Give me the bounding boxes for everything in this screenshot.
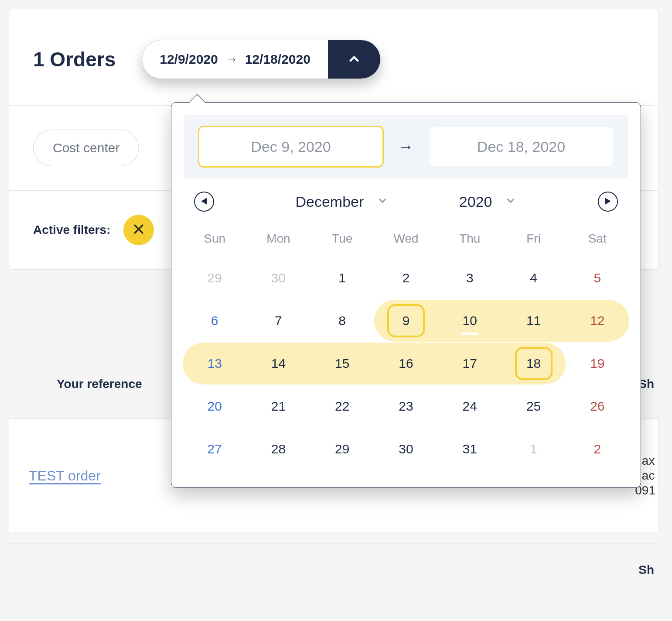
calendar-day[interactable]: 7 xyxy=(246,300,310,342)
calendar-day[interactable]: 13 xyxy=(183,343,246,384)
calendar-day[interactable]: 29 xyxy=(310,428,374,470)
order-reference-link[interactable]: TEST order xyxy=(29,468,101,484)
active-filters-label: Active filters: xyxy=(33,223,110,237)
calendar-day[interactable]: 28 xyxy=(246,428,310,470)
calendar-day[interactable]: 11 xyxy=(501,300,565,342)
calendar-day[interactable]: 24 xyxy=(438,385,501,427)
calendar-day[interactable]: 9 xyxy=(374,300,438,342)
date-range-text: 12/9/2020 → 12/18/2020 xyxy=(142,52,328,67)
month-select[interactable]: December xyxy=(296,193,389,210)
svg-marker-3 xyxy=(605,198,611,205)
arrow-right-icon: → xyxy=(225,52,238,67)
card-header: 1 Orders 12/9/2020 → 12/18/2020 xyxy=(9,9,658,106)
date-range-end: 12/18/2020 xyxy=(245,52,310,67)
next-month-button[interactable] xyxy=(598,192,618,212)
close-icon xyxy=(132,223,145,238)
calendar-day[interactable]: 22 xyxy=(310,385,374,427)
calendar-day[interactable]: 16 xyxy=(374,343,438,384)
clear-filter-chip[interactable] xyxy=(123,215,154,245)
month-label: December xyxy=(296,193,364,210)
prev-month-button[interactable] xyxy=(194,192,214,212)
calendar-day[interactable]: 4 xyxy=(501,257,565,299)
year-select[interactable]: 2020 xyxy=(459,193,517,210)
calendar-day[interactable]: 1 xyxy=(310,257,374,299)
calendar-day[interactable]: 19 xyxy=(566,343,629,384)
calendar-dow: Sat xyxy=(566,221,629,256)
calendar-dow: Thu xyxy=(438,221,501,256)
year-label: 2020 xyxy=(459,193,492,210)
svg-marker-2 xyxy=(201,198,207,205)
calendar-day[interactable]: 18 xyxy=(501,343,565,384)
column-right-header-2: Sh xyxy=(638,563,654,577)
column-your-reference: Your reference xyxy=(57,377,142,391)
range-end-input[interactable]: Dec 18, 2020 xyxy=(430,127,613,166)
calendar-day[interactable]: 12 xyxy=(566,300,629,342)
calendar-day[interactable]: 14 xyxy=(246,343,310,384)
calendar-day[interactable]: 30 xyxy=(374,428,438,470)
calendar-day[interactable]: 21 xyxy=(246,385,310,427)
calendar-grid: SunMonTueWedThuFriSat2930123456789101112… xyxy=(183,221,629,470)
date-picker-popover: Dec 9, 2020 → Dec 18, 2020 December 2020 xyxy=(171,102,641,488)
calendar-day[interactable]: 2 xyxy=(374,257,438,299)
calendar-day[interactable]: 8 xyxy=(310,300,374,342)
chevron-up-icon xyxy=(347,51,362,68)
calendar-day[interactable]: 1 xyxy=(501,428,565,470)
cost-center-label: Cost center xyxy=(53,141,119,155)
date-range-pill[interactable]: 12/9/2020 → 12/18/2020 xyxy=(142,40,381,79)
calendar-dow: Sun xyxy=(183,221,246,256)
calendar-day[interactable]: 20 xyxy=(183,385,246,427)
calendar-day[interactable]: 17 xyxy=(438,343,501,384)
date-range-toggle-button[interactable] xyxy=(328,40,380,79)
calendar-dow: Fri xyxy=(501,221,565,256)
orders-title: 1 Orders xyxy=(33,48,116,71)
calendar-dow: Mon xyxy=(246,221,310,256)
chevron-down-icon xyxy=(377,195,388,209)
calendar-day[interactable]: 15 xyxy=(310,343,374,384)
calendar-day[interactable]: 29 xyxy=(183,257,246,299)
triangle-right-icon xyxy=(605,198,611,206)
orders-table-header-2: Sh xyxy=(9,543,658,596)
date-range-start: 12/9/2020 xyxy=(160,52,218,67)
calendar-day[interactable]: 25 xyxy=(501,385,565,427)
range-inputs: Dec 9, 2020 → Dec 18, 2020 xyxy=(184,115,628,178)
triangle-left-icon xyxy=(201,198,207,206)
calendar-day[interactable]: 27 xyxy=(183,428,246,470)
calendar-day[interactable]: 23 xyxy=(374,385,438,427)
calendar-day[interactable]: 30 xyxy=(246,257,310,299)
calendar-dow: Tue xyxy=(310,221,374,256)
calendar-day[interactable]: 5 xyxy=(566,257,629,299)
cost-center-filter[interactable]: Cost center xyxy=(33,130,139,166)
range-end-value: Dec 18, 2020 xyxy=(477,138,565,155)
calendar-dow: Wed xyxy=(374,221,438,256)
calendar-day[interactable]: 3 xyxy=(438,257,501,299)
calendar-day[interactable]: 6 xyxy=(183,300,246,342)
calendar-day[interactable]: 26 xyxy=(566,385,629,427)
range-start-input[interactable]: Dec 9, 2020 xyxy=(199,127,382,166)
calendar: SunMonTueWedThuFriSat2930123456789101112… xyxy=(171,216,641,487)
calendar-day[interactable]: 2 xyxy=(566,428,629,470)
month-nav: December 2020 xyxy=(171,192,641,212)
range-start-value: Dec 9, 2020 xyxy=(251,138,331,155)
calendar-day[interactable]: 10 xyxy=(438,300,501,342)
selected-day-ring xyxy=(515,347,553,380)
selected-day-ring xyxy=(387,304,425,337)
arrow-right-icon: → xyxy=(398,137,414,156)
calendar-day[interactable]: 31 xyxy=(438,428,501,470)
chevron-down-icon xyxy=(505,195,516,209)
